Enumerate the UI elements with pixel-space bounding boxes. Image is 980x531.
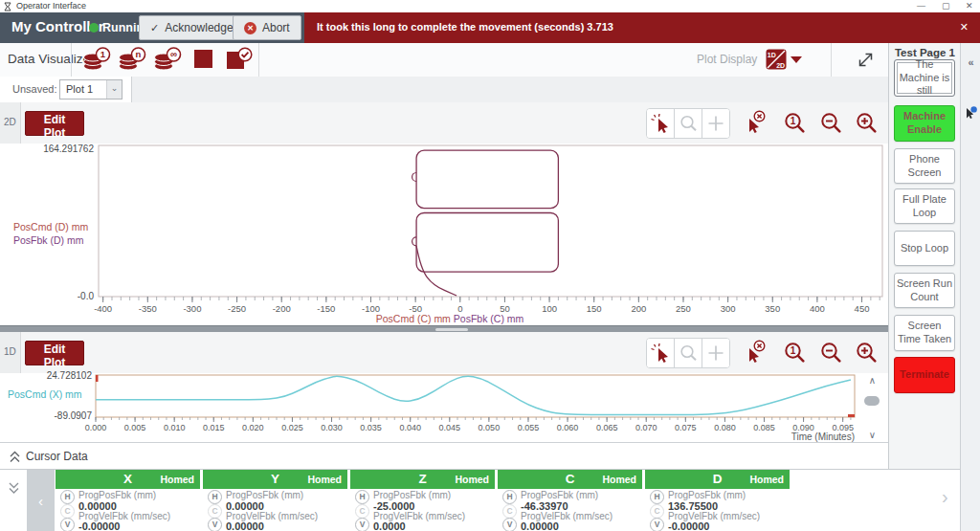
pos-feedback-label: ProgPosFbk (mm) (226, 490, 303, 500)
scroll-up-icon[interactable]: ∧ (862, 375, 882, 386)
axes-status-panel: ‹ X Homed H C V ProgPosFbk (mm) 0.00000 … (0, 469, 960, 531)
record-n-icon[interactable]: n (116, 46, 148, 75)
plot2d-canvas[interactable]: -400-350-300-250-200-150-100-50050100150… (38, 139, 885, 330)
zoom-region-tool-button[interactable] (674, 109, 702, 138)
velocity-badge-icon: V (502, 518, 517, 531)
close-window-icon[interactable]: ✕ (966, 0, 973, 11)
axis-card-header[interactable]: Y Homed (203, 470, 347, 489)
pan-tool-button[interactable] (702, 109, 729, 138)
clear-cursors-button[interactable] (742, 339, 768, 365)
abort-button[interactable]: ✕ Abort (233, 15, 301, 40)
zoom-actual-button[interactable]: 1 (781, 339, 808, 365)
axis-card-header[interactable]: C Homed (498, 470, 642, 489)
plot2d-series-label-poscmd: PosCmd (D) mm (13, 221, 88, 232)
sidebar-button-full-plate-loop[interactable]: Full Plate Loop (894, 188, 955, 224)
unsaved-label: Unsaved: (12, 83, 56, 95)
plot-tab[interactable]: Unsaved: Plot 1 ⌄ (0, 77, 132, 102)
svg-text:0.050: 0.050 (479, 423, 501, 432)
clear-cursors-button[interactable] (742, 109, 768, 136)
sidebar-button-machine-enable[interactable]: Machine Enable (894, 105, 955, 142)
svg-text:1: 1 (100, 49, 105, 59)
plot1d-toolbar: 1D Edit Plot 1 (0, 332, 888, 373)
home-badge-icon: H (502, 490, 517, 504)
plot1d-dimension-label: 1D (4, 346, 16, 357)
alert-banner-close-icon[interactable]: ✕ (960, 21, 969, 33)
sidebar-button-screen-time-taken[interactable]: Screen Time Taken (894, 315, 955, 351)
expand-plots-icon[interactable] (857, 51, 875, 73)
svg-text:0.025: 0.025 (281, 423, 303, 432)
window-title: Operator Interface (16, 1, 86, 11)
plot-tool-group (646, 338, 730, 368)
collapse-down-icon[interactable] (8, 481, 20, 498)
sidebar-button-terminate[interactable]: Terminate (894, 357, 955, 393)
alert-banner-text: It took this long to complete the moveme… (317, 21, 613, 33)
svg-text:100: 100 (542, 303, 557, 314)
edit-plot-2d-button[interactable]: Edit Plot (25, 111, 84, 136)
record-continuous-icon[interactable]: ∞ (151, 46, 184, 75)
svg-text:0.045: 0.045 (439, 423, 461, 432)
maximize-button[interactable]: ▢ (942, 0, 950, 11)
sidebar-button-screen-run-count[interactable]: Screen Run Count (894, 273, 955, 308)
alert-banner: It took this long to complete the moveme… (304, 12, 980, 43)
zoom-out-button[interactable] (817, 109, 844, 136)
zoom-in-button[interactable] (853, 339, 880, 365)
axis-card-d: D Homed H C V ProgPosFbk (mm) 136.75500 … (645, 470, 790, 531)
pos-feedback-label: ProgPosFbk (mm) (373, 490, 451, 500)
axis-card-header[interactable]: D Homed (645, 470, 790, 489)
pan-tool-button[interactable] (702, 339, 729, 367)
axes-scroll-left[interactable]: ‹ (27, 470, 55, 531)
sidebar-button-the-machine-is-still[interactable]: The Machine is still (894, 59, 955, 97)
select-tool-button[interactable] (647, 109, 674, 138)
cursor-data-label: Cursor Data (26, 450, 88, 463)
stop-icon[interactable] (188, 46, 220, 75)
svg-text:0.070: 0.070 (635, 423, 657, 432)
select-tool-button[interactable] (647, 339, 674, 367)
cursor-notification-icon[interactable] (963, 105, 978, 124)
toolbar-separator (258, 43, 259, 77)
svg-text:1: 1 (790, 116, 795, 126)
current-badge-icon: C (650, 504, 664, 519)
zoom-region-tool-button[interactable] (674, 339, 702, 367)
home-badge-icon: H (60, 490, 75, 504)
axis-card-header[interactable]: X Homed (56, 470, 200, 489)
current-badge-icon: C (502, 504, 517, 519)
plot-select[interactable]: Plot 1 ⌄ (59, 79, 122, 100)
zoom-out-button[interactable] (817, 339, 844, 365)
vel-feedback-value: -0.00000 (668, 520, 709, 531)
svg-text:0.060: 0.060 (557, 423, 579, 432)
running-status-icon (89, 23, 99, 33)
svg-text:0.020: 0.020 (242, 423, 264, 432)
plot-display-label: Plot Display (697, 53, 757, 66)
scroll-down-icon[interactable]: ∨ (862, 430, 882, 440)
axis-card-header[interactable]: Z Homed (350, 470, 495, 489)
cursor-data-bar[interactable]: Cursor Data (0, 442, 888, 470)
svg-text:350: 350 (765, 303, 780, 314)
sidebar-button-stop-loop[interactable]: Stop Loop (894, 231, 955, 266)
plot-display-mode-icon[interactable]: 1D 2D (766, 49, 787, 74)
zoom-actual-button[interactable]: 1 (781, 109, 808, 136)
record-one-icon[interactable]: 1 (80, 46, 113, 75)
axes-scroll-right[interactable]: › (942, 486, 948, 508)
plot-list-scrollbar[interactable]: ∧ ∨ (862, 373, 882, 442)
plot-display-caret-icon[interactable] (791, 56, 802, 63)
minimize-button[interactable]: — (917, 0, 925, 11)
sidebar-button-phone-screen[interactable]: Phone Screen (894, 148, 955, 184)
collapse-panel-icon[interactable]: « (961, 56, 980, 68)
current-badge-icon: C (355, 504, 369, 519)
plot1d-canvas[interactable]: 0.0000.0050.0100.0150.0200.0250.0300.035… (38, 371, 871, 442)
svg-text:-250: -250 (228, 303, 246, 314)
abort-icon: ✕ (244, 22, 256, 34)
svg-text:24.728102: 24.728102 (47, 371, 93, 381)
plot1d-series-label: PosCmd (X) mm (8, 388, 82, 400)
zoom-in-button[interactable] (853, 109, 880, 136)
vel-feedback-value: 0.00000 (521, 520, 559, 531)
right-collapse-strip: « (960, 43, 980, 531)
edit-plot-1d-button[interactable]: Edit Plot (25, 341, 84, 365)
record-check-icon[interactable] (222, 46, 255, 75)
scrollbar-thumb[interactable] (864, 396, 880, 406)
collapse-up-icon[interactable] (9, 450, 21, 467)
svg-text:400: 400 (810, 303, 825, 314)
svg-text:2D: 2D (776, 62, 785, 69)
home-badge-icon: H (355, 490, 369, 504)
svg-text:1: 1 (790, 345, 795, 356)
